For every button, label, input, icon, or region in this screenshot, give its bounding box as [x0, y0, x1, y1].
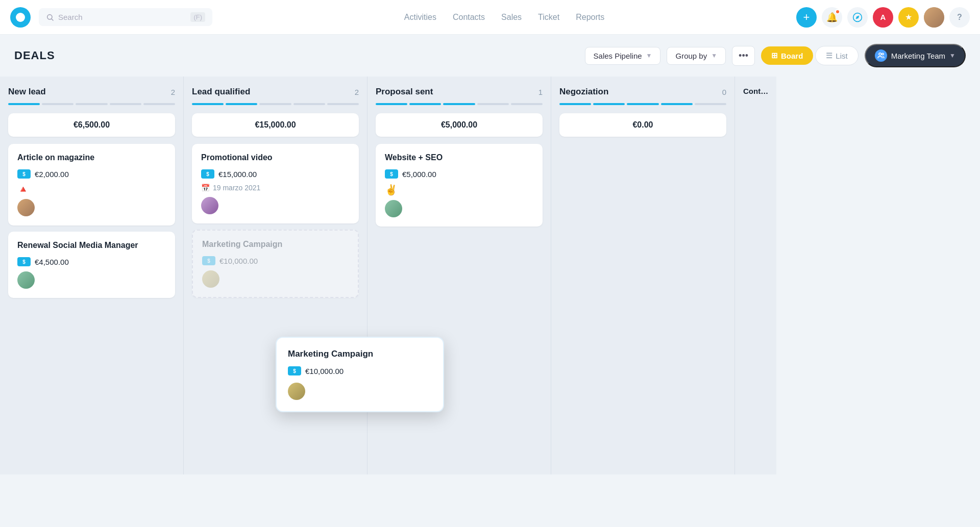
deal-card-article[interactable]: Article on magazine $ €2,000.00 🔺: [8, 144, 175, 225]
column-proposal-sent: Proposal sent 1 €5,000.00 Website + SEO …: [368, 77, 551, 474]
nav-activities[interactable]: Activities: [404, 13, 436, 22]
deal-amount-website: $ €5,000.00: [385, 169, 533, 179]
column-title-lead-qualified: Lead qualified: [192, 87, 250, 97]
search-placeholder: Search: [58, 13, 186, 21]
deal-title-promo: Promotional video: [201, 153, 350, 162]
progress-proposal: [376, 103, 543, 105]
progress-seg-ng-4: [661, 103, 693, 105]
money-icon-renewal: $: [17, 257, 31, 266]
progress-seg-5: [143, 103, 175, 105]
page-header: DEALS Sales Pipeline ▼ Group by ▼ ••• ⊞ …: [0, 35, 980, 77]
floating-deal-title: Marketing Campaign: [288, 349, 432, 359]
board-view-button[interactable]: ⊞ Board: [761, 46, 813, 65]
column-new-lead: New lead 2 €6,500.00 Article on magazine…: [0, 77, 184, 474]
amount-value-article: €2,000.00: [35, 170, 69, 179]
progress-seg-ng-2: [593, 103, 625, 105]
peace-icon-website: ✌️: [385, 184, 398, 196]
help-button[interactable]: ?: [949, 7, 970, 28]
nav-ticket[interactable]: Ticket: [538, 13, 559, 22]
progress-seg-ps-5: [511, 103, 543, 105]
star-button[interactable]: ★: [898, 7, 919, 28]
deal-amount-article: $ €2,000.00: [17, 169, 166, 179]
team-icon: [875, 49, 887, 62]
column-header-proposal: Proposal sent 1: [376, 87, 543, 97]
total-new-lead: €6,500.00: [8, 113, 175, 137]
nav-sales[interactable]: Sales: [501, 13, 522, 22]
deal-avatar-promo: [201, 197, 350, 214]
topnav: Search (F) Activities Contacts Sales Tic…: [0, 0, 980, 35]
deal-card-marketing-ghost[interactable]: Marketing Campaign $ €10,000.00: [192, 230, 359, 298]
team-button[interactable]: Marketing Team ▼: [865, 44, 966, 67]
nav-contacts[interactable]: Contacts: [453, 13, 485, 22]
column-negoziation: Negoziation 0 €0.00: [551, 77, 735, 474]
avatar-marketing-ghost: [202, 270, 219, 288]
add-button[interactable]: +: [796, 7, 817, 28]
explore-button[interactable]: [847, 7, 868, 28]
avatar-button[interactable]: [924, 7, 944, 28]
progress-seg-lq-5: [327, 103, 359, 105]
progress-seg-ng-3: [627, 103, 658, 105]
progress-seg-ng-5: [695, 103, 726, 105]
money-icon-website: $: [385, 169, 398, 179]
pipeline-arrow: ▼: [646, 52, 652, 59]
avatar-renewal: [17, 271, 35, 289]
search-icon: [46, 13, 54, 21]
tag-icon-article: 🔺: [17, 184, 29, 195]
logo-button[interactable]: [10, 7, 31, 28]
deal-avatar-renewal: [17, 271, 166, 289]
amount-value-promo: €15,000.00: [218, 170, 257, 179]
progress-seg-lq-2: [226, 103, 257, 105]
pipeline-dropdown[interactable]: Sales Pipeline ▼: [585, 47, 661, 65]
pipeline-label: Sales Pipeline: [594, 52, 642, 60]
more-options-button[interactable]: •••: [732, 46, 755, 66]
deal-card-website[interactable]: Website + SEO $ €5,000.00 ✌️: [376, 144, 543, 227]
list-icon: ☰: [826, 51, 832, 60]
floating-money-icon: $: [288, 366, 301, 375]
svg-point-4: [879, 53, 881, 56]
search-bar[interactable]: Search (F): [39, 8, 212, 26]
more-icon: •••: [739, 51, 748, 61]
date-value-promo: 19 marzo 2021: [213, 184, 260, 192]
groupby-label: Group by: [675, 52, 707, 60]
total-proposal: €5,000.00: [376, 113, 543, 137]
column-count-proposal: 1: [538, 88, 543, 96]
column-partial: Cont…: [735, 77, 776, 474]
column-lead-qualified: Lead qualified 2 €15,000.00 Promotional …: [184, 77, 368, 474]
column-header-lead-qualified: Lead qualified 2: [192, 87, 359, 97]
floating-avatar: [288, 383, 305, 400]
deal-date-promo: 📅 19 marzo 2021: [201, 184, 350, 192]
list-view-button[interactable]: ☰ List: [815, 46, 858, 65]
deal-card-renewal[interactable]: Renewal Social Media Manager $ €4,500.00: [8, 232, 175, 298]
avatar-article: [17, 199, 35, 216]
nav-reports[interactable]: Reports: [576, 13, 604, 22]
nav-links: Activities Contacts Sales Ticket Reports: [404, 13, 604, 22]
column-header-negoziation: Negoziation 0: [559, 87, 726, 97]
team-arrow: ▼: [949, 52, 955, 59]
amount-value-renewal: €4,500.00: [35, 258, 69, 266]
notifications-button[interactable]: 🔔: [822, 7, 842, 28]
progress-new-lead: [8, 103, 175, 105]
column-title-negoziation: Negoziation: [559, 87, 608, 97]
progress-seg-2: [42, 103, 74, 105]
group-by-button[interactable]: Group by ▼: [667, 47, 726, 65]
view-toggle: ⊞ Board ☰ List: [761, 46, 859, 65]
board-icon: ⊞: [771, 51, 778, 60]
floating-deal-avatar: [288, 383, 432, 400]
deal-amount-renewal: $ €4,500.00: [17, 257, 166, 266]
deal-avatar-article: [17, 199, 166, 216]
money-icon-marketing-ghost: $: [202, 256, 215, 265]
team-label: Marketing Team: [891, 52, 945, 60]
progress-seg-lq-4: [293, 103, 325, 105]
column-count-negoziation: 0: [722, 88, 726, 96]
progress-seg-ps-1: [376, 103, 407, 105]
floating-deal-card[interactable]: Marketing Campaign $ €10,000.00: [276, 337, 444, 412]
explore-icon: [852, 12, 863, 22]
progress-seg-1: [8, 103, 40, 105]
user-red-button[interactable]: A: [873, 7, 893, 28]
deal-meta-article: 🔺: [17, 184, 166, 195]
deal-card-promo[interactable]: Promotional video $ €15,000.00 📅 19 marz…: [192, 144, 359, 223]
progress-lead-qualified: [192, 103, 359, 105]
column-title-proposal: Proposal sent: [376, 87, 433, 97]
total-lead-qualified: €15,000.00: [192, 113, 359, 137]
progress-seg-ng-1: [559, 103, 591, 105]
